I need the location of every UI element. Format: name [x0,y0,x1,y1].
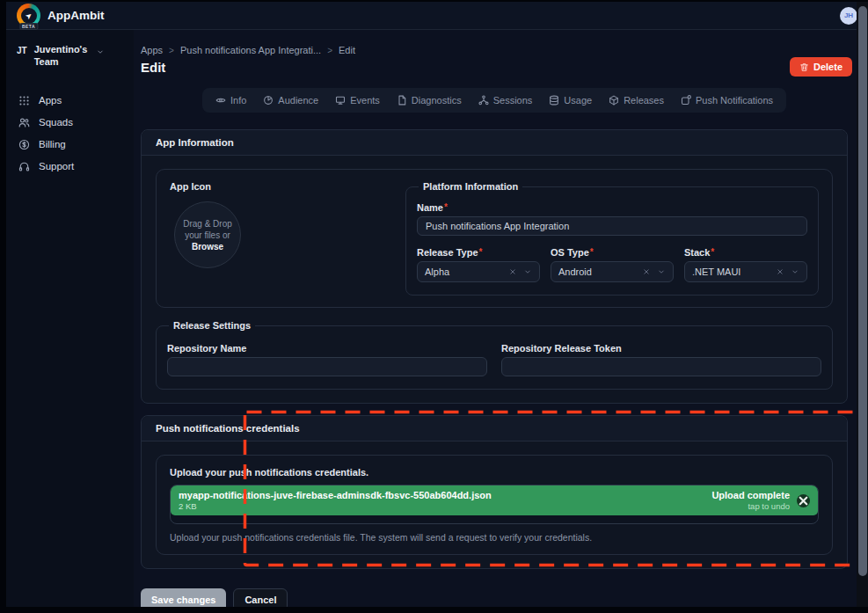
tab-diagnostics[interactable]: Diagnostics [397,95,462,106]
clear-x-icon[interactable] [642,267,651,276]
scrollbar-thumb[interactable] [858,6,867,576]
repository-token-label: Repository Release Token [501,343,821,354]
required-asterisk: * [479,247,483,257]
topbar: ➤ BETA AppAmbit JH [6,2,868,30]
notification-icon [681,95,691,106]
os-type-select[interactable]: Android [551,261,674,282]
repository-name-label: Repository Name [167,343,487,354]
app-information-card: App Information App Icon Drag & Drop you… [141,129,848,404]
required-asterisk: * [444,202,448,212]
repository-name-input[interactable] [167,357,487,376]
stack-value: .NET MAUI [692,266,770,277]
scrollbar-track[interactable] [857,2,868,607]
undo-hint: tap to undo [711,501,790,511]
support-headset-icon [18,161,30,172]
platform-information-legend: Platform Information [419,181,522,192]
delete-label: Delete [813,62,842,72]
os-type-label: OS Type* [551,247,674,258]
tab-info[interactable]: Info [215,95,246,106]
cube-icon [609,95,619,106]
tab-push-notifications[interactable]: Push Notifications [681,95,773,106]
release-settings-fieldset: Release Settings Repository Name Reposit… [156,320,833,390]
breadcrumb-edit[interactable]: Edit [339,45,355,55]
cancel-button[interactable]: Cancel [233,588,288,607]
tab-bar: Info Audience Events Diagnostics Session… [202,88,786,113]
release-settings-legend: Release Settings [169,320,255,331]
browse-link[interactable]: Browse [192,241,223,252]
file-icon [397,95,407,106]
tab-sessions[interactable]: Sessions [478,95,533,106]
squads-users-icon [18,117,30,128]
beta-badge: BETA [19,23,38,30]
monitor-icon [335,95,346,106]
stack-label: Stack* [684,247,807,258]
release-type-select[interactable]: Alpha [417,261,540,282]
clear-x-icon[interactable] [776,267,784,276]
apps-grid-icon [18,95,30,106]
clear-x-icon[interactable] [508,267,517,276]
os-type-value: Android [558,266,636,277]
breadcrumb-app[interactable]: Push notifications App Integrati... [180,45,321,55]
sidebar: JT Juventino's Team Apps Squads Billing … [6,30,134,607]
uploaded-file-bar[interactable]: myapp-notifications-juve-firebase-admins… [171,485,818,515]
breadcrumb-apps[interactable]: Apps [141,45,163,55]
tab-releases[interactable]: Releases [609,95,664,106]
chevron-down-icon[interactable] [791,267,799,276]
uploaded-file-size: 2 KB [179,501,711,511]
dropzone-text: your files or [185,230,230,241]
chevron-down-icon[interactable] [657,267,666,276]
database-icon [549,95,559,106]
save-changes-button[interactable]: Save changes [141,588,226,607]
delete-button[interactable]: Delete [790,57,852,77]
breadcrumb-separator: > [327,46,332,55]
tab-audience[interactable]: Audience [263,95,318,106]
sidebar-item-label: Billing [39,139,66,150]
sidebar-item-label: Squads [39,117,73,128]
breadcrumb-separator: > [169,46,174,55]
required-asterisk: * [711,247,714,257]
appambit-logo-icon: ➤ BETA [17,4,40,27]
platform-information-fieldset: Platform Information Name* Release Type* [405,181,819,296]
app-information-inner: App Icon Drag & Drop your files or Brows… [156,169,833,308]
push-credentials-inner: Upload your push notifications credentia… [156,455,833,555]
remove-file-button[interactable] [797,494,810,507]
sidebar-item-apps[interactable]: Apps [6,90,134,112]
app-window: ➤ BETA AppAmbit JH JT Juventino's Team A… [6,2,868,607]
upload-dropzone[interactable]: myapp-notifications-juve-firebase-admins… [170,485,819,524]
user-avatar[interactable]: JH [840,7,857,25]
required-asterisk: * [590,247,594,257]
sidebar-item-squads[interactable]: Squads [6,112,134,134]
team-avatar: JT [17,44,27,55]
app-icon-dropzone[interactable]: Drag & Drop your files or Browse [174,201,241,268]
sidebar-item-support[interactable]: Support [6,156,134,178]
sidebar-item-label: Support [39,161,74,171]
upload-label: Upload your push notifications credentia… [170,467,819,478]
page-title: Edit [141,60,848,75]
team-name: Juventino's Team [34,44,89,69]
release-type-value: Alpha [425,266,502,277]
sidebar-item-label: Apps [39,95,62,106]
chevron-down-icon[interactable] [523,267,532,276]
team-switcher[interactable]: JT Juventino's Team [6,30,134,77]
main-content: Apps > Push notifications App Integrati.… [134,30,857,607]
dropzone-text: Drag & Drop [183,218,232,230]
stack-select[interactable]: .NET MAUI [684,261,807,282]
trash-icon [799,62,809,72]
uploaded-file-name: myapp-notifications-juve-firebase-admins… [179,490,711,500]
name-label: Name* [417,202,807,213]
eye-icon [215,95,226,106]
pie-icon [263,95,274,106]
name-input[interactable] [417,216,807,236]
app-information-header: App Information [142,130,847,156]
brand-name: AppAmbit [47,9,105,22]
release-type-label: Release Type* [417,247,540,258]
billing-dollar-icon [18,139,30,150]
tab-events[interactable]: Events [335,95,380,106]
repository-token-input[interactable] [501,357,821,376]
upload-status: Upload complete [711,490,790,500]
tab-usage[interactable]: Usage [549,95,592,106]
sidebar-item-billing[interactable]: Billing [6,134,134,156]
push-credentials-header: Push notifications credentials [142,416,847,442]
app-icon-label: App Icon [170,181,391,192]
push-credentials-card: Push notifications credentials Upload yo… [141,415,848,569]
